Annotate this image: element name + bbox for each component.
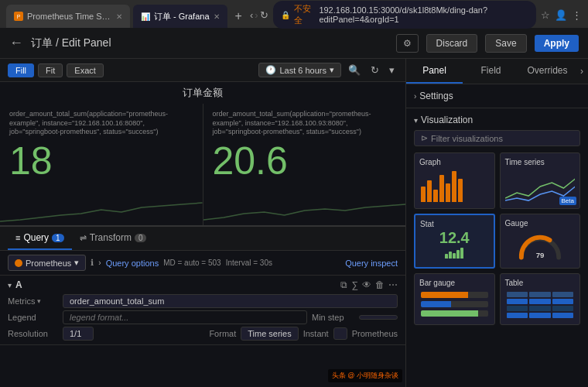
viz-gauge-title: Gauge (505, 219, 576, 228)
settings-toggle[interactable]: › Settings (414, 91, 580, 101)
more-query-icon[interactable]: ⋯ (388, 279, 398, 290)
query-icon: ≡ (15, 233, 20, 242)
tab1-close[interactable]: ✕ (116, 12, 122, 21)
metric-1-label: order_amount_total_sum(application="prom… (9, 110, 193, 137)
query-options-button[interactable]: Query options (106, 259, 159, 268)
legend-input[interactable] (63, 310, 307, 324)
viz-stat-value: 12.4 (439, 230, 470, 245)
viz-table-preview (505, 290, 576, 320)
viz-timeseries-title: Time series (505, 158, 576, 166)
menu-icon[interactable]: ⋮ (572, 9, 582, 21)
tab2-label: 订单 - Grafana (154, 11, 210, 22)
metrics-text: Metrics (8, 296, 35, 306)
query-tab-label: Query (23, 232, 49, 243)
metrics-label: Metrics ▾ (8, 296, 58, 306)
preview-area: 订单金额 order_amount_total_sum(application=… (0, 82, 405, 225)
viz-gauge-preview: 79 (505, 229, 576, 263)
transform-tab[interactable]: ⇌ Transform 0 (72, 227, 155, 250)
instant-value[interactable] (333, 327, 347, 340)
metric-1-sparkline (0, 198, 203, 225)
panel-tab[interactable]: Panel (406, 59, 463, 84)
viz-label: Visualization (421, 115, 473, 125)
query-block: ▾ A ⧉ ∑ 👁 🗑 ⋯ Metrics ▾ order_amount_tot… (0, 276, 405, 345)
more-button[interactable]: ▾ (386, 63, 398, 77)
metrics-chevron: ▾ (37, 297, 41, 305)
time-range-button[interactable]: 🕐 Last 6 hours ▾ (258, 63, 341, 77)
bookmark-icon[interactable]: ☆ (541, 9, 550, 21)
duplicate-icon[interactable]: ⧉ (340, 279, 347, 290)
instant-label: Instant (303, 329, 329, 338)
overrides-tab[interactable]: Overrides (519, 59, 576, 84)
exact-button[interactable]: Exact (67, 63, 104, 77)
metrics-value[interactable]: order_amount_total_sum (63, 294, 398, 308)
query-tab-badge: 1 (52, 234, 64, 242)
query-tab[interactable]: ≡ Query 1 (8, 227, 72, 250)
address-text: 192.168.100.15:3000/d/sk1l8t8Mk/ding-dan… (319, 5, 528, 24)
visualization-toggle[interactable]: ▾ Visualization (414, 115, 580, 125)
add-expression-icon[interactable]: ∑ (351, 279, 358, 290)
settings-button[interactable]: ⚙ (396, 34, 419, 53)
browser-chrome: P Prometheus Time Series Colle... ✕ 📊 订单… (0, 0, 588, 28)
visualization-section: ▾ Visualization ⊳ Filter visualizations … (406, 108, 588, 387)
discard-button[interactable]: Discard (426, 34, 478, 53)
info-icon[interactable]: ℹ (91, 258, 94, 268)
collapse-icon[interactable]: ▾ (8, 281, 12, 289)
header-title: 订单 / Edit Panel (31, 36, 111, 50)
clock-icon: 🕐 (265, 65, 276, 75)
tab1-favicon: P (14, 12, 23, 21)
fill-button[interactable]: Fill (8, 63, 34, 77)
datasource-selector[interactable]: Prometheus ▾ (8, 255, 86, 271)
metrics-container: order_amount_total_sum(application="prom… (0, 104, 405, 225)
left-panel: Fill Fit Exact 🕐 Last 6 hours ▾ 🔍 ↻ ▾ 订单… (0, 59, 406, 387)
browser-tab-active[interactable]: 📊 订单 - Grafana ✕ (133, 5, 227, 28)
right-panel: Panel Field Overrides › › Settings ▾ Vis… (406, 59, 588, 387)
interval-info: Interval = 30s (226, 259, 272, 267)
tab2-close[interactable]: ✕ (214, 12, 220, 21)
viz-graph-title: Graph (419, 158, 490, 166)
address-bar[interactable]: 🔒 不安全 192.168.100.15:3000/d/sk1l8t8Mk/di… (273, 1, 536, 29)
viz-card-table[interactable]: Table (500, 273, 581, 325)
viz-filter-bar[interactable]: ⊳ Filter visualizations (414, 130, 580, 146)
new-tab-button[interactable]: + (231, 9, 247, 23)
right-panel-tabs: Panel Field Overrides › (406, 59, 588, 84)
query-tabs: ≡ Query 1 ⇌ Transform 0 (0, 227, 405, 251)
fit-button[interactable]: Fit (38, 63, 63, 77)
prometheus-label2: Prometheus (352, 329, 398, 338)
toolbar: Fill Fit Exact 🕐 Last 6 hours ▾ 🔍 ↻ ▾ (0, 59, 405, 82)
eye-icon[interactable]: 👁 (362, 279, 371, 290)
viz-card-bargauge[interactable]: Bar gauge (414, 273, 495, 325)
viz-card-timeseries[interactable]: Time series Beta (500, 152, 581, 209)
zoom-in-button[interactable]: 🔍 (345, 63, 364, 77)
prometheus-icon (15, 259, 22, 267)
viz-card-stat[interactable]: Stat 12.4 (414, 214, 495, 269)
metrics-field-row: Metrics ▾ order_amount_total_sum (8, 294, 398, 308)
viz-grid: Graph Time series (414, 152, 580, 325)
preview-title: 订单金额 (0, 82, 405, 104)
viz-card-graph[interactable]: Graph (414, 152, 495, 209)
resolution-value[interactable]: 1/1 (63, 327, 94, 341)
forward-button[interactable]: › (255, 9, 258, 21)
metric-box-1: order_amount_total_sum(application="prom… (0, 104, 203, 225)
viz-table-title: Table (505, 279, 576, 287)
insecure-label: 不安全 (294, 3, 316, 26)
save-button[interactable]: Save (485, 34, 526, 53)
minstep-input[interactable] (359, 315, 398, 320)
back-button[interactable]: ‹ (250, 9, 253, 21)
datasource-label: Prometheus (26, 259, 71, 268)
account-icon[interactable]: 👤 (555, 9, 567, 21)
viz-arrow: ▾ (414, 116, 418, 125)
format-value[interactable]: Time series (241, 327, 298, 341)
query-inspect-button[interactable]: Query inspect (345, 259, 398, 268)
field-tab[interactable]: Field (463, 59, 519, 84)
minstep-label: Min step (312, 313, 354, 322)
refresh-button[interactable]: ↻ (368, 63, 382, 77)
time-range-label: Last 6 hours (279, 66, 326, 75)
apply-button[interactable]: Apply (535, 35, 579, 52)
browser-tab[interactable]: P Prometheus Time Series Colle... ✕ (6, 5, 130, 28)
tab2-favicon: 📊 (141, 12, 150, 21)
back-to-dashboard-button[interactable]: ← (9, 35, 23, 51)
viz-card-gauge[interactable]: Gauge 79 (500, 214, 581, 269)
expand-panel-button[interactable]: › (576, 60, 588, 83)
reload-button[interactable]: ↻ (260, 9, 268, 21)
delete-icon[interactable]: 🗑 (375, 279, 385, 290)
